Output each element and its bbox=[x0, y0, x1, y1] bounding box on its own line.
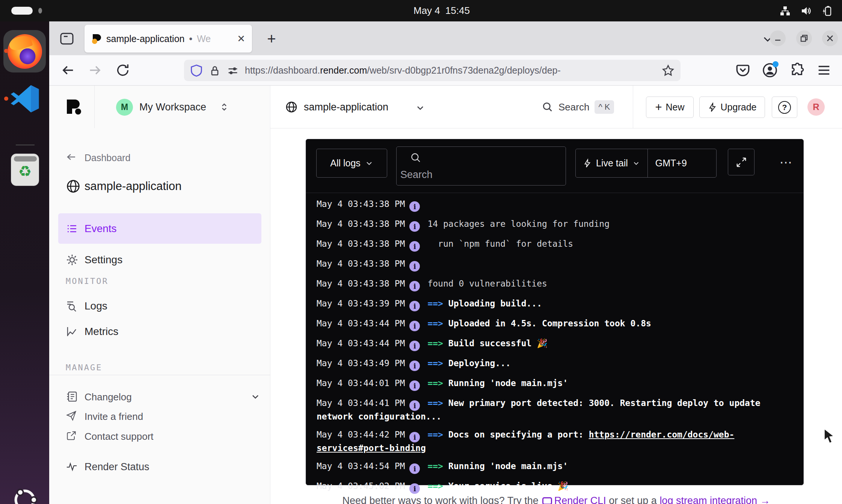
status-label: Render Status bbox=[85, 461, 149, 473]
sidebar-back-dashboard[interactable]: Dashboard bbox=[49, 150, 270, 165]
sidebar: Dashboard sample-application Events Sett… bbox=[49, 128, 270, 504]
chevron-down-icon[interactable] bbox=[250, 392, 261, 402]
log-message: 14 packages are looking for funding bbox=[427, 219, 610, 229]
log-more-menu[interactable]: ⋯ bbox=[773, 149, 800, 175]
battery-icon bbox=[822, 6, 832, 16]
dock-item-trash[interactable]: ♻ bbox=[11, 154, 39, 186]
workspace-avatar: M bbox=[116, 99, 133, 116]
window-restore-button[interactable] bbox=[796, 30, 812, 46]
sidebar-item-changelog[interactable]: Changelog bbox=[49, 389, 270, 404]
events-label: Events bbox=[85, 223, 117, 235]
live-tail-control[interactable]: Live tail GMT+9 bbox=[575, 149, 717, 178]
reload-button[interactable] bbox=[115, 63, 130, 78]
global-search[interactable]: Search ^ K bbox=[542, 86, 614, 128]
sidebar-item-settings[interactable]: Settings bbox=[49, 252, 270, 267]
lock-icon[interactable] bbox=[209, 65, 221, 77]
sidebar-item-metrics[interactable]: Metrics bbox=[49, 324, 270, 339]
back-arrow-icon bbox=[66, 151, 77, 164]
url-domain: render.com bbox=[320, 65, 367, 75]
window-close-button[interactable] bbox=[822, 30, 838, 46]
window-minimize-button[interactable] bbox=[770, 30, 786, 46]
log-timestamp: May 4 03:44:01 PM bbox=[317, 378, 405, 388]
dock-item-vscode[interactable] bbox=[8, 82, 41, 115]
search-icon bbox=[410, 152, 421, 163]
timezone-button[interactable]: GMT+9 bbox=[648, 149, 694, 177]
service-name: sample-application bbox=[85, 180, 181, 193]
log-line: May 4 03:43:38 PMifound 0 vulnerabilitie… bbox=[317, 278, 767, 291]
render-cli-link[interactable]: Render CLI bbox=[554, 495, 606, 504]
logs-label: Logs bbox=[85, 300, 107, 312]
manage-section-header: MANAGE bbox=[66, 363, 102, 372]
sidebar-item-logs[interactable]: Logs bbox=[49, 299, 270, 314]
log-line: May 4 03:43:44 PMi==> Uploaded in 4.5s. … bbox=[317, 318, 767, 331]
recycle-icon: ♻ bbox=[11, 164, 39, 179]
info-icon: i bbox=[409, 400, 420, 411]
timezone-label: GMT+9 bbox=[655, 158, 687, 169]
search-icon bbox=[542, 101, 553, 113]
firefox-running-dot bbox=[4, 49, 8, 53]
sidebar-item-events[interactable]: Events bbox=[58, 213, 261, 244]
tab-close-button[interactable]: ✕ bbox=[237, 33, 245, 45]
tracking-shield-icon[interactable] bbox=[190, 64, 203, 77]
log-line: May 4 03:45:02 PMi==> Your service is li… bbox=[317, 480, 767, 494]
sidebar-item-invite[interactable]: Invite a friend bbox=[49, 409, 270, 424]
support-label: Contact support bbox=[85, 431, 154, 442]
sidebar-item-render-status[interactable]: Render Status bbox=[49, 459, 270, 474]
forward-button[interactable] bbox=[88, 63, 103, 78]
log-prefix: ==> bbox=[427, 378, 448, 388]
service-selector[interactable]: sample-application bbox=[304, 86, 388, 128]
log-lines: May 4 03:43:38 PMiMay 4 03:43:38 PMi14 p… bbox=[317, 198, 767, 500]
new-tab-button[interactable]: + bbox=[263, 30, 281, 48]
volume-icon bbox=[801, 6, 811, 16]
service-chevron-icon[interactable] bbox=[415, 103, 425, 113]
log-panel-header: All logs Search Live tail bbox=[306, 139, 803, 193]
log-stream-link[interactable]: log stream integration bbox=[659, 495, 757, 504]
tab-sample-application[interactable]: sample-application • We ✕ bbox=[85, 25, 252, 53]
back-button[interactable] bbox=[60, 63, 75, 78]
status-pulse-icon bbox=[66, 460, 78, 473]
log-line: May 4 03:43:38 PMi14 packages are lookin… bbox=[317, 218, 767, 232]
workspace-name[interactable]: My Workspace bbox=[139, 86, 206, 128]
monitor-section-header: MONITOR bbox=[66, 276, 109, 286]
info-icon: i bbox=[409, 301, 420, 311]
account-icon[interactable] bbox=[762, 63, 777, 78]
log-line: May 4 03:43:38 PMi bbox=[317, 198, 767, 212]
bookmark-star-icon[interactable] bbox=[662, 64, 675, 77]
dock-item-firefox[interactable] bbox=[3, 30, 46, 72]
system-clock[interactable]: May 4 15:45 bbox=[413, 0, 470, 21]
workspace-indicator-dot bbox=[38, 8, 42, 14]
site-permissions-icon[interactable] bbox=[227, 65, 239, 77]
activities-indicator[interactable] bbox=[11, 7, 33, 15]
sidebar-item-support[interactable]: Contact support bbox=[49, 429, 270, 444]
extensions-puzzle-icon[interactable] bbox=[790, 63, 805, 78]
ubuntu-logo-icon[interactable] bbox=[11, 486, 39, 504]
log-line: May 4 03:43:38 PMi bbox=[317, 258, 767, 272]
help-button[interactable]: ? bbox=[772, 97, 797, 118]
settings-label: Settings bbox=[85, 254, 122, 266]
log-panel: All logs Search Live tail bbox=[306, 139, 804, 485]
nav-divider-2 bbox=[633, 86, 633, 128]
system-status-area[interactable] bbox=[780, 0, 832, 21]
gear-icon bbox=[66, 254, 78, 266]
menu-hamburger-icon[interactable] bbox=[816, 63, 831, 78]
log-filter-dropdown[interactable]: All logs bbox=[316, 149, 387, 178]
info-icon: i bbox=[409, 201, 420, 212]
log-timestamp: May 4 03:43:38 PM bbox=[317, 279, 405, 288]
pocket-icon[interactable] bbox=[735, 63, 750, 78]
live-tail-label: Live tail bbox=[596, 158, 628, 169]
log-message: ==> Running 'node main.mjs' bbox=[427, 461, 568, 471]
live-tail-dropdown[interactable]: Live tail bbox=[576, 149, 647, 177]
upgrade-button[interactable]: Upgrade bbox=[699, 97, 765, 118]
footer-text: Need better ways to work with logs? Try … bbox=[342, 495, 538, 504]
workspace-switcher-icon[interactable] bbox=[219, 102, 229, 112]
firefox-view-button[interactable] bbox=[59, 31, 75, 47]
url-bar[interactable]: https://dashboard.render.com/web/srv-d0b… bbox=[184, 60, 681, 81]
log-search-input[interactable]: Search bbox=[396, 146, 566, 186]
lightning-icon bbox=[583, 158, 592, 168]
new-button[interactable]: + New bbox=[646, 97, 694, 118]
user-avatar[interactable]: R bbox=[807, 98, 825, 116]
expand-logs-button[interactable] bbox=[728, 149, 754, 175]
render-logo[interactable] bbox=[65, 98, 83, 115]
external-link-icon bbox=[66, 430, 78, 443]
log-message: ==> Deploying... bbox=[427, 358, 511, 368]
